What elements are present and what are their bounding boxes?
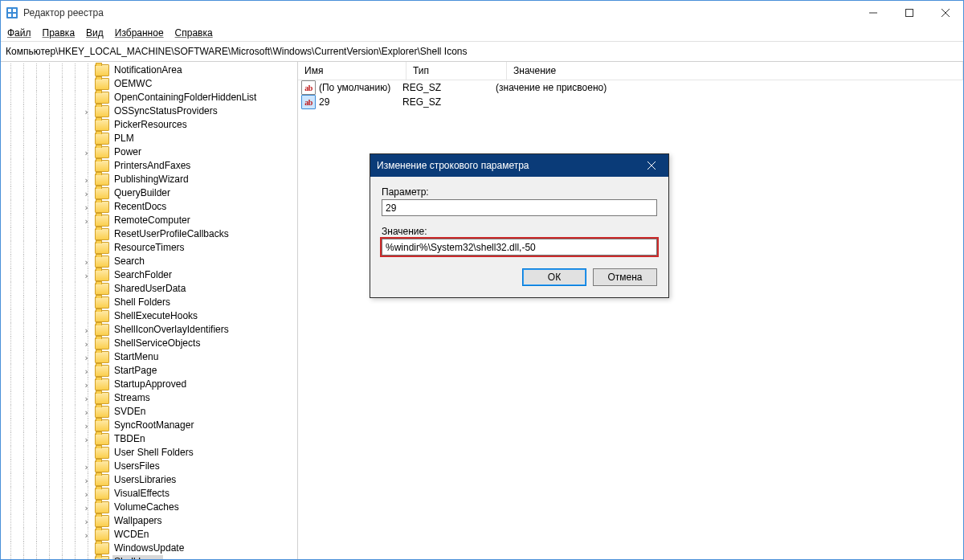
expand-icon[interactable]: › xyxy=(82,187,91,201)
tree-view[interactable]: NotificationAreaOEMWCOpenContainingFolde… xyxy=(1,62,298,559)
tree-item[interactable]: ›RemoteComputer xyxy=(1,214,297,227)
expand-icon[interactable]: › xyxy=(82,378,91,392)
row-name: (По умолчанию) xyxy=(319,82,390,93)
dialog-title: Изменение строкового параметра xyxy=(377,160,635,171)
dialog-close-button[interactable] xyxy=(635,154,668,177)
row-name: 29 xyxy=(319,96,329,108)
expand-icon[interactable]: › xyxy=(82,105,91,119)
folder-icon xyxy=(95,187,109,199)
row-type: REG_SZ xyxy=(396,82,489,93)
tree-item[interactable]: ›UsersLibraries xyxy=(1,473,297,487)
tree-item[interactable]: ›OSSyncStatusProviders xyxy=(1,104,297,118)
param-label: Параметр: xyxy=(382,186,657,198)
tree-item[interactable]: ›SyncRootManager xyxy=(1,419,297,432)
expand-icon[interactable]: › xyxy=(82,269,91,283)
folder-icon xyxy=(95,488,109,500)
header-value[interactable]: Значение xyxy=(507,62,963,80)
expand-icon[interactable]: › xyxy=(82,433,91,447)
close-button[interactable] xyxy=(927,2,963,25)
tree-item[interactable]: ›WCDEn xyxy=(1,528,297,542)
maximize-button[interactable] xyxy=(891,2,927,25)
value-input[interactable] xyxy=(382,239,657,255)
tree-item[interactable]: ›Search xyxy=(1,255,297,268)
expand-icon[interactable]: › xyxy=(82,419,91,433)
expand-icon[interactable]: › xyxy=(82,365,91,378)
tree-item[interactable]: WindowsUpdate xyxy=(1,542,297,555)
list-view[interactable]: Имя Тип Значение ab(По умолчанию)REG_SZ(… xyxy=(298,62,963,559)
tree-item[interactable]: OEMWC xyxy=(1,77,297,91)
expand-icon[interactable]: › xyxy=(82,201,91,215)
tree-item[interactable]: ›SVDEn xyxy=(1,405,297,419)
tree-item[interactable]: Shell Folders xyxy=(1,296,297,309)
header-name[interactable]: Имя xyxy=(298,62,406,80)
value-label: Значение: xyxy=(382,226,657,237)
tree-item[interactable]: Shell Icons xyxy=(1,555,297,559)
expand-icon[interactable]: › xyxy=(82,174,91,187)
tree-item[interactable]: ›PublishingWizard xyxy=(1,173,297,186)
expand-icon[interactable]: › xyxy=(82,146,91,160)
tree-item[interactable]: ›Wallpapers xyxy=(1,514,297,528)
expand-icon[interactable]: › xyxy=(82,215,91,228)
tree-item[interactable]: ›Streams xyxy=(1,391,297,405)
tree-item[interactable]: ›SearchFolder xyxy=(1,268,297,282)
tree-item[interactable]: User Shell Folders xyxy=(1,446,297,460)
expand-icon[interactable]: › xyxy=(82,406,91,419)
address-bar[interactable]: Компьютер\HKEY_LOCAL_MACHINE\SOFTWARE\Mi… xyxy=(1,42,963,62)
folder-icon xyxy=(95,501,109,513)
tree-item[interactable]: ›StartMenu xyxy=(1,350,297,364)
tree-item[interactable]: PrintersAndFaxes xyxy=(1,159,297,173)
tree-item[interactable]: ResourceTimers xyxy=(1,241,297,255)
expand-icon[interactable]: › xyxy=(82,337,91,351)
tree-item[interactable]: PickerResources xyxy=(1,118,297,132)
expand-icon[interactable]: › xyxy=(82,460,91,474)
tree-item-label: VolumeCaches xyxy=(112,501,181,514)
tree-item[interactable]: ›StartupApproved xyxy=(1,378,297,391)
expand-icon[interactable]: › xyxy=(82,255,91,269)
folder-icon xyxy=(95,324,109,336)
expand-icon[interactable]: › xyxy=(82,515,91,529)
tree-item[interactable]: ›RecentDocs xyxy=(1,200,297,214)
list-row[interactable]: ab29REG_SZ xyxy=(298,95,963,109)
list-row[interactable]: ab(По умолчанию)REG_SZ(значение не присв… xyxy=(298,80,963,95)
tree-item-label: SyncRootManager xyxy=(112,419,195,432)
menu-view[interactable]: Вид xyxy=(86,27,104,39)
folder-icon xyxy=(95,269,109,281)
expand-icon[interactable]: › xyxy=(82,501,91,515)
tree-item-label: UsersLibraries xyxy=(112,473,178,487)
tree-item[interactable]: ›ShellServiceObjects xyxy=(1,337,297,350)
expand-icon[interactable]: › xyxy=(82,392,91,406)
minimize-button[interactable] xyxy=(855,2,891,25)
tree-item[interactable]: ›TBDEn xyxy=(1,432,297,446)
tree-item[interactable]: ›StartPage xyxy=(1,364,297,378)
tree-item[interactable]: ShellExecuteHooks xyxy=(1,309,297,323)
tree-item[interactable]: ›UsersFiles xyxy=(1,460,297,473)
folder-icon xyxy=(95,64,109,76)
expand-icon[interactable]: › xyxy=(82,351,91,365)
expand-icon[interactable]: › xyxy=(82,488,91,501)
tree-item[interactable]: ›VolumeCaches xyxy=(1,501,297,514)
tree-item[interactable]: OpenContainingFolderHiddenList xyxy=(1,91,297,104)
tree-item[interactable]: ResetUserProfileCallbacks xyxy=(1,227,297,241)
registry-editor-window: Редактор реестра Файл Правка Вид Избранн… xyxy=(0,0,964,560)
tree-item-label: ResetUserProfileCallbacks xyxy=(112,227,231,241)
menu-help[interactable]: Справка xyxy=(175,27,213,39)
tree-item-label: ShellExecuteHooks xyxy=(112,309,199,323)
expand-icon[interactable]: › xyxy=(82,324,91,337)
cancel-button[interactable]: Отмена xyxy=(593,268,657,286)
tree-item[interactable]: ›Power xyxy=(1,145,297,159)
tree-item[interactable]: SharedUserData xyxy=(1,282,297,296)
menu-edit[interactable]: Правка xyxy=(43,27,76,39)
tree-item[interactable]: ›ShellIconOverlayIdentifiers xyxy=(1,323,297,337)
tree-item[interactable]: ›VisualEffects xyxy=(1,487,297,501)
tree-item[interactable]: PLM xyxy=(1,132,297,145)
menu-favorites[interactable]: Избранное xyxy=(115,27,164,39)
expand-icon[interactable]: › xyxy=(82,474,91,488)
tree-item[interactable]: ›QueryBuilder xyxy=(1,186,297,200)
param-input[interactable] xyxy=(382,199,657,216)
expand-icon[interactable]: › xyxy=(82,529,91,542)
tree-item-label: WCDEn xyxy=(112,528,150,542)
ok-button[interactable]: ОК xyxy=(522,268,586,286)
menu-file[interactable]: Файл xyxy=(7,27,31,39)
tree-item[interactable]: NotificationArea xyxy=(1,63,297,77)
header-type[interactable]: Тип xyxy=(406,62,507,80)
